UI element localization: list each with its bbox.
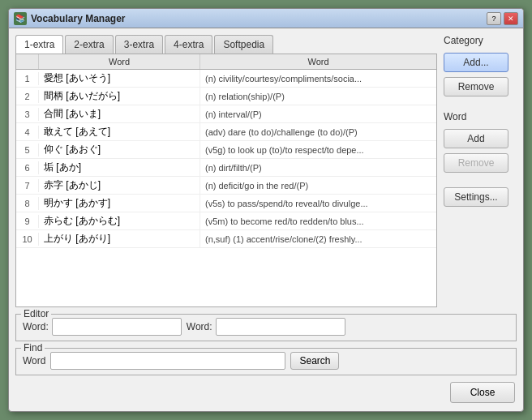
vocabulary-table: Word Word 1 愛想 [あいそう] (n) civility/court…	[15, 54, 437, 307]
table-body[interactable]: 1 愛想 [あいそう] (n) civility/courtesy/compli…	[16, 70, 436, 306]
tab-2extra[interactable]: 2-extra	[65, 35, 113, 54]
table-row[interactable]: 2 間柄 [あいだがら] (n) relation(ship)/(P)	[16, 88, 436, 105]
row-word: 赤字 [あかじ]	[39, 177, 200, 194]
close-title-button[interactable]: ✕	[504, 12, 518, 25]
row-definition: (n) relation(ship)/(P)	[200, 90, 436, 103]
col-num-header	[16, 54, 39, 69]
row-definition: (n) dirt/filth/(P)	[200, 161, 436, 174]
editor-group: Editor Word: Word:	[15, 314, 517, 341]
tab-softpedia[interactable]: Softpedia	[214, 35, 273, 54]
row-definition: (n) civility/courtesy/compliments/socia.…	[200, 72, 436, 85]
add-word-button[interactable]: Add	[444, 129, 508, 148]
row-word: 愛想 [あいそう]	[39, 70, 200, 87]
tab-3extra[interactable]: 3-extra	[115, 35, 163, 54]
row-definition: (adv) dare (to do)/challenge (to do)/(P)	[200, 126, 436, 139]
table-row[interactable]: 10 上がり [あがり] (n,suf) (1) accent/rise/clo…	[16, 230, 436, 248]
row-definition: (v5g) to look up (to)/to respect/to depe…	[200, 144, 436, 156]
word1-input[interactable]	[52, 318, 182, 336]
row-word: 明かす [あかす]	[39, 195, 200, 212]
row-num: 10	[16, 233, 39, 246]
editor-field-2: Word:	[187, 318, 345, 336]
row-num: 6	[16, 161, 39, 174]
settings-button[interactable]: Settings...	[444, 187, 508, 207]
app-icon: 📚	[14, 12, 27, 25]
find-group: Find Word Search	[15, 348, 517, 375]
tab-4extra[interactable]: 4-extra	[165, 35, 212, 54]
window-title: Vocabulary Manager	[31, 13, 487, 24]
category-label: Category	[444, 35, 517, 46]
row-num: 3	[16, 108, 39, 121]
row-num: 9	[16, 215, 39, 228]
row-definition: (n,suf) (1) accent/rise/clone/(2) freshl…	[200, 233, 436, 246]
table-row[interactable]: 8 明かす [あかす] (v5s) to pass/spend/to revea…	[16, 195, 436, 212]
row-num: 5	[16, 144, 39, 156]
right-panel: Category Add... Remove Word Add Remove S…	[444, 35, 517, 307]
row-num: 7	[16, 179, 39, 192]
find-row: Word Search	[23, 352, 509, 370]
table-row[interactable]: 3 合間 [あいま] (n) interval/(P)	[16, 105, 436, 123]
row-definition: (n) deficit/go in the red/(P)	[200, 179, 436, 192]
tab-bar: 1-extra 2-extra 3-extra 4-extra Softpedi…	[15, 35, 437, 54]
remove-word-button[interactable]: Remove	[444, 153, 508, 173]
row-word: 合間 [あいま]	[39, 105, 200, 122]
editor-row: Word: Word:	[23, 318, 509, 336]
content-area: 1-extra 2-extra 3-extra 4-extra Softpedi…	[9, 28, 523, 314]
row-word: 上がり [あがり]	[39, 230, 200, 247]
row-num: 8	[16, 197, 39, 210]
word2-input[interactable]	[216, 318, 345, 336]
help-button[interactable]: ?	[487, 12, 501, 25]
editor-group-label: Editor	[21, 308, 51, 319]
editor-field-1: Word:	[23, 318, 182, 336]
close-button[interactable]: Close	[450, 382, 515, 403]
word-label: Word	[444, 111, 517, 122]
main-window: 📚 Vocabulary Manager ? ✕ 1-extra 2-extra…	[8, 8, 524, 412]
title-bar: 📚 Vocabulary Manager ? ✕	[9, 9, 523, 28]
col-word1-header: Word	[39, 54, 200, 69]
row-definition: (v5m) to become red/to redden/to blus...	[200, 215, 436, 228]
row-num: 1	[16, 72, 39, 85]
left-panel: 1-extra 2-extra 3-extra 4-extra Softpedi…	[15, 35, 437, 307]
row-word: 仰ぐ [あおぐ]	[39, 141, 200, 158]
add-category-button[interactable]: Add...	[444, 53, 508, 72]
row-word: 間柄 [あいだがら]	[39, 88, 200, 105]
row-word: 赤らむ [あからむ]	[39, 212, 200, 229]
word1-label: Word:	[23, 321, 49, 332]
table-row[interactable]: 1 愛想 [あいそう] (n) civility/courtesy/compli…	[16, 70, 436, 88]
row-word: 敢えて [あえて]	[39, 123, 200, 140]
bottom-section: Editor Word: Word: Find Word Search	[9, 314, 523, 411]
row-definition: (n) interval/(P)	[200, 108, 436, 121]
title-buttons: ? ✕	[487, 12, 518, 25]
row-num: 4	[16, 126, 39, 139]
table-row[interactable]: 6 垢 [あか] (n) dirt/filth/(P)	[16, 159, 436, 177]
table-row[interactable]: 4 敢えて [あえて] (adv) dare (to do)/challenge…	[16, 123, 436, 141]
find-input[interactable]	[50, 352, 285, 370]
table-row[interactable]: 5 仰ぐ [あおぐ] (v5g) to look up (to)/to resp…	[16, 141, 436, 159]
find-group-label: Find	[21, 342, 45, 354]
col-word2-header: Word	[200, 54, 436, 69]
tab-1extra[interactable]: 1-extra	[15, 35, 63, 54]
remove-category-button[interactable]: Remove	[444, 77, 508, 96]
word2-label: Word:	[187, 321, 212, 332]
search-button[interactable]: Search	[290, 352, 339, 370]
table-row[interactable]: 9 赤らむ [あからむ] (v5m) to become red/to redd…	[16, 212, 436, 230]
row-num: 2	[16, 90, 39, 103]
row-word: 垢 [あか]	[39, 159, 200, 176]
table-header: Word Word	[16, 54, 436, 70]
row-definition: (v5s) to pass/spend/to reveal/to divulge…	[200, 197, 436, 210]
table-row[interactable]: 7 赤字 [あかじ] (n) deficit/go in the red/(P)	[16, 177, 436, 195]
find-word-label: Word	[23, 355, 45, 366]
